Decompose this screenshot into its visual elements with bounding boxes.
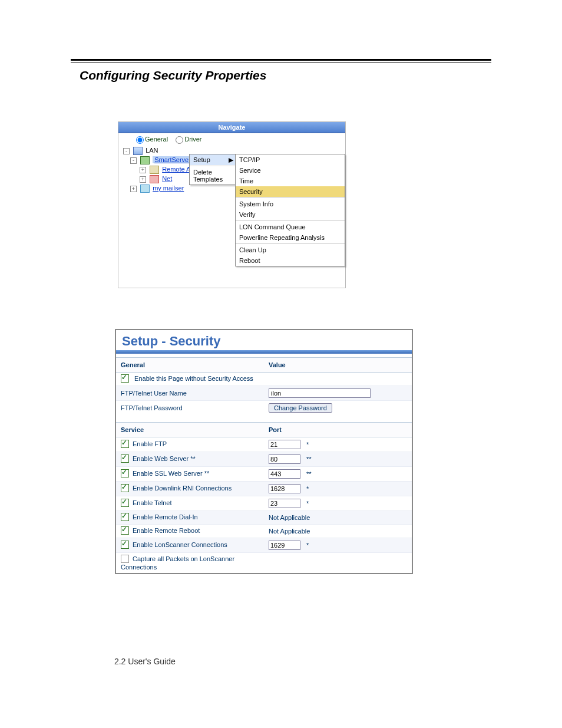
tree-mailserver-label: my mailser xyxy=(153,185,184,192)
row-ftp-user: FTP/Telnet User Name xyxy=(116,386,412,400)
port-aster: ** xyxy=(306,470,312,477)
mid-paragraph: – xyxy=(80,306,491,317)
expander-icon[interactable]: + xyxy=(140,167,146,173)
smartserver-icon xyxy=(140,156,150,164)
tree-net-label: Net xyxy=(162,175,172,182)
service-label: Enable Remote Reboot xyxy=(133,527,200,534)
footer: 76 2.2 User's Guide xyxy=(0,657,562,666)
service-checkbox[interactable] xyxy=(121,513,129,521)
general-header-row: General Value xyxy=(116,357,412,372)
security-panel: Setup - Security General Value Enable th… xyxy=(115,329,413,574)
service-label: Enable Web Server ** xyxy=(133,455,196,462)
navigate-header: Navigate xyxy=(118,122,345,133)
service-label: Enable SSL Web Server ** xyxy=(133,470,209,477)
submenu-clean-up[interactable]: Clean Up xyxy=(236,245,345,255)
label-ftp-pass: FTP/Telnet Password xyxy=(116,400,264,415)
submenu-tcpip[interactable]: TCP/IP xyxy=(236,154,345,165)
submenu-security[interactable]: Security xyxy=(236,186,345,197)
service-row: Enable Telnet* xyxy=(116,496,412,510)
service-checkbox[interactable] xyxy=(121,454,129,463)
submenu-lon-cq[interactable]: LON Command Queue xyxy=(236,222,345,232)
port-na: Not Applicable xyxy=(264,510,412,524)
service-checkbox[interactable] xyxy=(121,499,129,507)
service-row: Capture all Packets on LonScanner Connec… xyxy=(116,552,412,573)
section-heading: Configuring Security Properties xyxy=(80,68,562,83)
port-header: Port xyxy=(264,422,412,437)
radio-general[interactable] xyxy=(136,136,144,144)
service-row: Enable FTP* xyxy=(116,437,412,452)
checkbox-enable-page[interactable] xyxy=(121,374,129,383)
port-input[interactable] xyxy=(269,454,300,464)
service-row: Enable LonScanner Connections* xyxy=(116,538,412,552)
service-label: Enable Telnet xyxy=(133,499,171,506)
port-aster: ** xyxy=(306,456,312,463)
port-aster: * xyxy=(306,441,309,448)
port-input[interactable] xyxy=(269,541,300,550)
port-aster: * xyxy=(306,542,309,549)
chevron-right-icon: ▶ xyxy=(229,156,233,164)
expander-icon[interactable]: + xyxy=(140,176,146,183)
row-ftp-pass: FTP/Telnet Password Change Password xyxy=(116,400,412,415)
lan-icon xyxy=(133,147,143,155)
setup-submenu: TCP/IP Service Time Security System Info… xyxy=(235,154,345,266)
input-ftp-user[interactable] xyxy=(269,388,371,398)
panel-bluebar xyxy=(116,350,412,354)
service-checkbox[interactable] xyxy=(121,484,129,492)
change-password-button[interactable]: Change Password xyxy=(269,403,332,413)
port-input[interactable] xyxy=(269,484,300,493)
expander-icon[interactable]: + xyxy=(130,186,137,192)
service-row: Enable Remote RebootNot Applicable xyxy=(116,524,412,538)
submenu-powerline[interactable]: Powerline Repeating Analysis xyxy=(236,232,345,243)
service-checkbox[interactable] xyxy=(121,541,129,549)
service-label: Enable Remote Dial-In xyxy=(133,513,198,521)
tree-smartserver-label: SmartServer xyxy=(153,156,193,163)
tree-lan-label: LAN xyxy=(146,147,158,154)
service-header-row: Service Port xyxy=(116,422,412,437)
port-aster: * xyxy=(306,500,309,507)
guide-label: 2.2 User's Guide xyxy=(114,657,176,666)
service-header: Service xyxy=(116,422,264,437)
service-row: Enable Downlink RNI Connections* xyxy=(116,481,412,496)
port-input[interactable] xyxy=(269,440,300,449)
net-icon xyxy=(150,175,159,183)
service-row: Enable SSL Web Server **** xyxy=(116,466,412,481)
menu-setup[interactable]: Setup ▶ xyxy=(190,154,236,165)
menu-delete-templates[interactable]: Delete Templates xyxy=(190,167,236,185)
service-label: Enable LonScanner Connections xyxy=(133,541,227,548)
service-row: Enable Web Server **** xyxy=(116,452,412,466)
radio-driver[interactable] xyxy=(176,136,183,144)
remote-icon xyxy=(150,166,159,174)
submenu-service[interactable]: Service xyxy=(236,165,345,176)
section-rule xyxy=(71,59,491,62)
service-checkbox[interactable] xyxy=(121,526,129,535)
row-enable-page: Enable this Page without Security Access xyxy=(116,372,412,386)
label-enable-page: Enable this Page without Security Access xyxy=(134,375,253,382)
submenu-reboot[interactable]: Reboot xyxy=(236,255,345,266)
port-aster: * xyxy=(306,485,309,492)
service-label: Capture all Packets on LonScanner Connec… xyxy=(121,555,234,571)
page-number: 76 xyxy=(80,657,89,666)
service-checkbox[interactable] xyxy=(121,469,129,477)
radio-general-label: General xyxy=(145,136,168,143)
navigate-mode-row: General Driver xyxy=(118,133,345,146)
intro-paragraph: , , , xyxy=(80,88,491,110)
submenu-time[interactable]: Time xyxy=(236,176,345,186)
panel-title: Setup - Security xyxy=(116,330,412,350)
submenu-system-info[interactable]: System Info xyxy=(236,199,345,209)
menu-setup-label: Setup xyxy=(193,156,210,163)
service-row: Enable Remote Dial-InNot Applicable xyxy=(116,510,412,524)
expander-icon[interactable]: - xyxy=(123,148,130,154)
service-checkbox[interactable] xyxy=(121,440,129,448)
context-menu: Setup ▶ Delete Templates xyxy=(189,154,236,185)
expander-icon[interactable]: - xyxy=(130,157,137,164)
port-input[interactable] xyxy=(269,469,300,479)
radio-driver-label: Driver xyxy=(184,136,201,143)
service-checkbox[interactable] xyxy=(121,555,129,563)
service-label: Enable FTP xyxy=(133,440,167,447)
navigate-panel: Navigate General Driver - LAN - SmartSer… xyxy=(118,121,346,288)
mailserver-icon xyxy=(140,185,150,193)
submenu-verify[interactable]: Verify xyxy=(236,209,345,220)
tree-remote-label: Remote A xyxy=(162,166,190,173)
port-input[interactable] xyxy=(269,499,300,508)
service-label: Enable Downlink RNI Connections xyxy=(133,485,232,492)
